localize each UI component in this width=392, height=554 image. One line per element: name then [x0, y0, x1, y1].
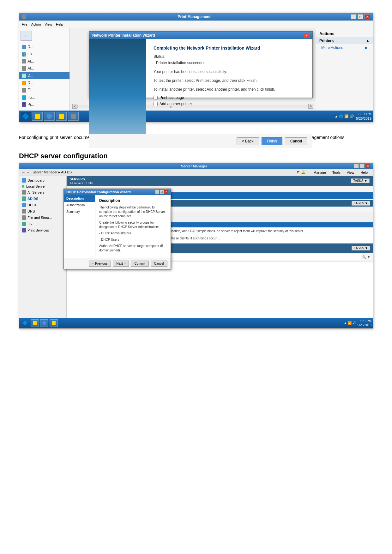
- dns-icon: [22, 209, 26, 214]
- dhcp-wizard-minimize[interactable]: –: [155, 190, 159, 194]
- sm-sidebar-ad-ds[interactable]: AD DS: [19, 196, 66, 202]
- sm-taskbar-app3[interactable]: [50, 319, 58, 327]
- add-another-printer-checkbox[interactable]: [154, 102, 158, 106]
- dhcp-nav-authorization[interactable]: Authorization: [64, 202, 95, 208]
- refresh-icon[interactable]: ⟳: [297, 170, 300, 174]
- view-menu[interactable]: View: [344, 170, 357, 175]
- manage-menu[interactable]: Manage: [311, 170, 329, 175]
- taskbar-app4[interactable]: [68, 112, 79, 121]
- sm-sidebar-print-services[interactable]: Print Services: [19, 227, 66, 233]
- wizard-content: Completing the Network Printer Installat…: [146, 39, 312, 134]
- events-tasks-button[interactable]: TASKS ▼: [352, 201, 370, 206]
- sidebar-item-iis[interactable]: 🌐IIS...: [19, 94, 69, 101]
- sm-sidebar-file-storage[interactable]: File and Stora...: [19, 214, 66, 221]
- cancel-button[interactable]: Cancel: [285, 137, 307, 145]
- sm-sidebar-local-server[interactable]: Local Server: [19, 184, 66, 189]
- sm-sidebar-dns[interactable]: DNS: [19, 208, 66, 214]
- print-test-page-checkbox[interactable]: [154, 96, 158, 100]
- dhcp-next-button[interactable]: Next >: [113, 261, 129, 267]
- wizard-heading: Completing the Network Printer Installat…: [154, 45, 305, 51]
- sidebar-item-d-active[interactable]: D...: [19, 72, 69, 79]
- dhcp-prev-button[interactable]: < Previous: [89, 261, 111, 267]
- file-menu[interactable]: File: [22, 22, 27, 26]
- sm-minimize-button[interactable]: –: [354, 164, 359, 168]
- sm-title: Server Manager: [34, 164, 354, 168]
- start-button[interactable]: [21, 112, 31, 121]
- app2-icon: [47, 114, 52, 119]
- sm-sidebar-dhcp[interactable]: DHCP: [19, 202, 66, 208]
- servers-header-text: SERVERS All servers | 1 total: [70, 177, 93, 185]
- taskbar-app2[interactable]: [44, 112, 55, 121]
- sm-taskbar-app1[interactable]: [31, 319, 39, 327]
- sidebar-item-local[interactable]: ⓘLo...: [19, 51, 69, 58]
- wizard-close-button[interactable]: ✕: [304, 33, 309, 38]
- print-services-icon: [22, 228, 26, 232]
- sidebar-item-d2[interactable]: D...: [19, 79, 69, 87]
- pm-sidebar-items: D... ⓘLo... Al... Al... D... D: [19, 42, 69, 109]
- sm-taskbar-app2[interactable]: [40, 319, 48, 327]
- services-tasks-button[interactable]: TASKS ▼: [352, 246, 370, 250]
- dhcp-wizard-body: Description Authorization Summary Descri…: [64, 195, 171, 258]
- sm-titlebar: Server Manager – □ ✕: [19, 163, 373, 169]
- wizard-footer: < Back Finish Cancel: [89, 134, 312, 148]
- action-menu[interactable]: Action: [31, 22, 41, 26]
- search-icon: 🔍: [362, 255, 366, 259]
- dhcp-commit-button[interactable]: Commit: [131, 261, 148, 267]
- sm-sidebar-dashboard[interactable]: Dashboard: [19, 177, 66, 184]
- servers-label: SERVERS: [70, 178, 85, 181]
- help-menu[interactable]: Help: [56, 22, 63, 26]
- back-button[interactable]: < Back: [237, 137, 259, 145]
- notification-icon[interactable]: 🔔: [301, 170, 305, 174]
- sidebar-item-printers[interactable]: 🖨Pr...: [19, 101, 69, 108]
- windows-logo-icon: [22, 113, 29, 119]
- wizard-title-text: Network Printer Installation Wizard: [92, 33, 155, 38]
- printers-section-title[interactable]: Printers ▲: [316, 37, 373, 44]
- dhcp-nav-summary[interactable]: Summary: [64, 208, 95, 215]
- scroll-left[interactable]: <: [72, 104, 77, 109]
- window-controls[interactable]: – □ ✕: [351, 14, 370, 19]
- tools-menu[interactable]: Tools: [330, 170, 343, 175]
- sm-sidebar-all-servers[interactable]: All Servers: [19, 189, 66, 196]
- sm-taskbar-left: [21, 319, 58, 327]
- sm-sidebar-iis[interactable]: IIS: [19, 221, 66, 227]
- add-another-printer-row: Add another printer: [154, 102, 305, 106]
- sm-close-button[interactable]: ✕: [365, 164, 370, 168]
- dhcp-wizard-close[interactable]: ✕: [164, 190, 168, 194]
- sidebar-item-all1[interactable]: Al...: [19, 58, 69, 65]
- more-actions-item[interactable]: More Actions ▶: [316, 44, 373, 51]
- close-button[interactable]: ✕: [365, 14, 370, 19]
- maximize-button[interactable]: □: [358, 14, 363, 19]
- file-explorer-taskbar-app[interactable]: [32, 112, 43, 121]
- sm-window-controls[interactable]: – □ ✕: [354, 164, 370, 168]
- servers-tasks-button[interactable]: TASKS ▼: [351, 178, 370, 183]
- dhcp-wizard-controls[interactable]: – □ ✕: [155, 190, 168, 194]
- app3-icon: [59, 114, 64, 119]
- finish-button[interactable]: Finish: [262, 137, 282, 145]
- pm-content-area: ← D... ⓘLo... Al... Al... D...: [19, 28, 373, 111]
- sm-app3-icon: [52, 321, 56, 325]
- dhcp-wizard-maximize[interactable]: □: [160, 190, 164, 194]
- back-nav-icon[interactable]: ←: [22, 171, 25, 174]
- sm-start-button[interactable]: [21, 319, 29, 327]
- help-menu[interactable]: Help: [358, 170, 370, 175]
- filter-expand-icon[interactable]: ▼: [367, 256, 370, 259]
- sm-maximize-button[interactable]: □: [359, 164, 365, 168]
- dhcp-wizard-titlebar: DHCP Post-Install configuration wizard –…: [64, 189, 171, 195]
- dhcp-cancel-button[interactable]: Cancel: [151, 261, 167, 267]
- sm-time-value: 8:21 PM: [358, 319, 372, 323]
- view-menu[interactable]: View: [45, 22, 52, 26]
- minimize-button[interactable]: –: [351, 14, 356, 19]
- sidebar-item-all2[interactable]: Al...: [19, 65, 69, 72]
- pm-sidebar: ← D... ⓘLo... Al... Al... D...: [19, 28, 70, 111]
- taskbar-app3[interactable]: [56, 112, 67, 121]
- sidebar-item-dashboard[interactable]: D...: [19, 43, 69, 51]
- forward-nav-icon[interactable]: →: [27, 171, 30, 174]
- dhcp-heading-text: DHCP server configuration: [19, 152, 108, 160]
- server-manager-window: Server Manager – □ ✕ ← → Server Manager …: [19, 163, 373, 328]
- dhcp-description-line2: Create the following security groups for…: [99, 220, 167, 229]
- dhcp-nav-description[interactable]: Description: [64, 195, 95, 202]
- dashboard-icon: [22, 178, 26, 183]
- back-button[interactable]: ←: [21, 31, 32, 41]
- sidebar-item-fi[interactable]: Fi...: [19, 87, 69, 94]
- dhcp-label: DHCP: [27, 203, 37, 207]
